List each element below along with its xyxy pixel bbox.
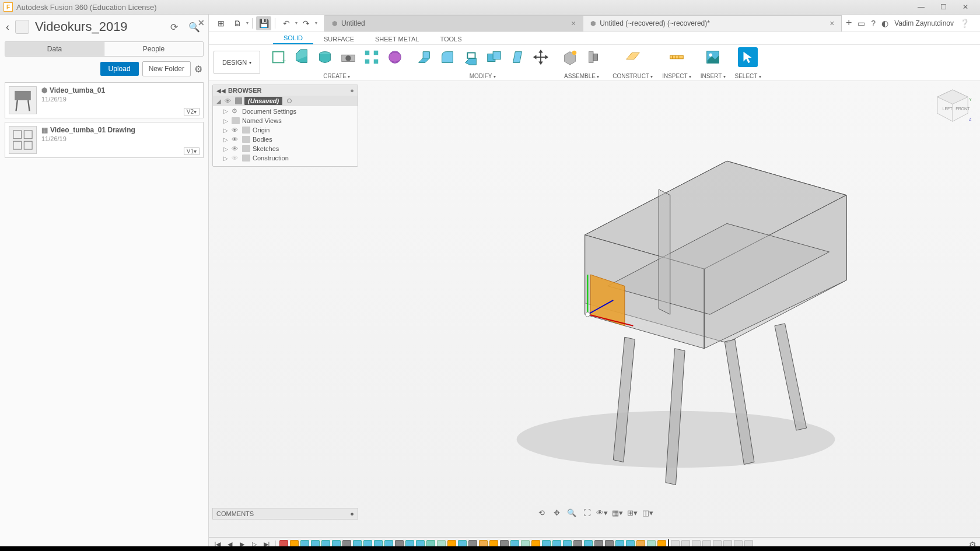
upload-button[interactable]: Upload (100, 62, 139, 76)
browser-settings-icon[interactable]: ● (350, 87, 354, 94)
browser-item[interactable]: ▷👁Bodies (213, 135, 358, 144)
grid-icon[interactable]: ⊞▾ (626, 507, 638, 518)
redo-icon[interactable]: ↷ (299, 16, 314, 30)
back-button[interactable]: ‹ (6, 21, 9, 33)
data-panel-toggle-icon[interactable]: ⊞ (214, 16, 229, 30)
sketch-tool-icon[interactable]: + (268, 47, 288, 67)
tab-data[interactable]: Data (5, 42, 104, 56)
extensions-icon[interactable]: ▭ (858, 19, 865, 28)
svg-text:LEFT: LEFT (943, 107, 953, 111)
undo-icon[interactable]: ↶ (279, 16, 294, 30)
expand-icon[interactable]: ● (350, 510, 354, 517)
pattern-tool-icon[interactable] (362, 47, 382, 67)
group-label[interactable]: ASSEMBLE (564, 73, 599, 79)
collapse-icon[interactable]: ◀◀ (216, 87, 226, 94)
browser-item[interactable]: ▷👁Sketches (213, 144, 358, 153)
browser-root[interactable]: ◢👁 (Unsaved) (213, 96, 358, 106)
help-menu-icon[interactable]: ❔ (960, 19, 970, 28)
file-info: ⬢Video_tumba_01 11/26/19 (41, 86, 105, 114)
file-card[interactable]: ⬢Video_tumba_01 11/26/19 V2▾ (5, 82, 204, 118)
svg-rect-15 (374, 59, 379, 64)
user-name[interactable]: Vadim Zaynutdinov (894, 19, 954, 27)
browser-header[interactable]: ◀◀ BROWSER ● (213, 85, 358, 96)
look-icon[interactable]: 👁▾ (596, 507, 608, 518)
document-tab[interactable]: ⬢ Untitled (~recovered) (~recovered)* × (583, 15, 842, 31)
file-card[interactable]: ▦Video_tumba_01 Drawing 11/26/19 V1▾ (5, 122, 204, 158)
panel-close-button[interactable]: ✕ (198, 18, 205, 27)
draft-tool-icon[interactable] (508, 47, 527, 67)
browser-item[interactable]: ▷⚙Document Settings (213, 106, 358, 116)
browser-item[interactable]: ▷👁Construction (213, 153, 358, 163)
mode-tab-solid[interactable]: SOLID (273, 33, 313, 44)
group-label[interactable]: INSERT (701, 73, 726, 79)
tab-people[interactable]: People (104, 42, 203, 56)
minimize-button[interactable]: — (910, 1, 932, 13)
canvas[interactable]: ◀◀ BROWSER ● ◢👁 (Unsaved) ▷⚙Document Set… (209, 81, 980, 537)
browser-item[interactable]: ▷Named Views (213, 116, 358, 125)
ribbon-group-insert: INSERT (696, 45, 730, 80)
svg-rect-13 (374, 51, 379, 55)
joint-tool-icon[interactable] (583, 47, 603, 67)
zoom-icon[interactable]: 🔍 (566, 507, 578, 518)
file-menu-icon[interactable]: 🗎 (230, 16, 245, 30)
measure-tool-icon[interactable] (667, 47, 687, 67)
file-date: 11/26/19 (41, 96, 105, 103)
fillet-tool-icon[interactable] (438, 47, 457, 67)
display-icon[interactable]: ▦▾ (611, 507, 623, 518)
svg-marker-49 (775, 324, 807, 430)
file-info: ▦Video_tumba_01 Drawing 11/26/19 (41, 126, 135, 154)
version-badge[interactable]: V2▾ (184, 108, 200, 115)
maximize-button[interactable]: ☐ (932, 1, 954, 13)
refresh-icon[interactable]: ⟳ (168, 22, 180, 33)
new-tab-button[interactable]: + (841, 15, 856, 31)
group-label[interactable]: CREATE (323, 73, 350, 79)
group-label[interactable]: SELECT (735, 73, 761, 79)
combine-tool-icon[interactable] (484, 47, 504, 67)
extrude-tool-icon[interactable] (292, 47, 312, 67)
job-status-icon[interactable]: ◐ (881, 19, 888, 28)
new-folder-button[interactable]: New Folder (142, 61, 191, 76)
hole-tool-icon[interactable] (338, 47, 358, 67)
document-tabs: ⬢ Untitled × ⬢ Untitled (~recovered) (~r… (324, 15, 856, 31)
mode-tab-surface[interactable]: SURFACE (313, 34, 365, 44)
svg-rect-23 (589, 52, 594, 63)
mode-tab-tools[interactable]: TOOLS (429, 34, 472, 44)
insert-tool-icon[interactable] (703, 47, 723, 67)
group-label[interactable]: CONSTRUCT (612, 73, 653, 79)
model-view[interactable] (384, 99, 945, 496)
component-tool-icon[interactable] (560, 47, 580, 67)
group-label[interactable]: MODIFY (470, 73, 496, 79)
browser-item[interactable]: ▷👁Origin (213, 125, 358, 135)
form-tool-icon[interactable] (385, 47, 405, 67)
svg-point-11 (346, 55, 351, 61)
title-bar: F Autodesk Fusion 360 (Education License… (0, 0, 980, 15)
browser-panel: ◀◀ BROWSER ● ◢👁 (Unsaved) ▷⚙Document Set… (212, 85, 358, 167)
tab-close-icon[interactable]: × (830, 19, 834, 28)
data-panel: ✕ ‹ Videokurs_2019 ⟳ 🔍 Data People Uploa… (0, 15, 209, 551)
document-tab[interactable]: ⬢ Untitled × (324, 15, 583, 31)
select-tool-icon[interactable] (738, 47, 758, 67)
save-icon[interactable]: 💾 (256, 16, 271, 30)
revolve-tool-icon[interactable] (315, 47, 335, 67)
svg-rect-4 (24, 131, 32, 139)
svg-rect-5 (13, 141, 22, 149)
orbit-icon[interactable]: ⟲ (536, 507, 547, 518)
navigation-bar: ⟲ ✥ 🔍 ⛶ 👁▾ ▦▾ ⊞▾ ◫▾ (532, 506, 657, 520)
move-tool-icon[interactable] (531, 47, 551, 67)
workspace-switcher[interactable]: DESIGN (214, 51, 260, 74)
viewport-icon[interactable]: ◫▾ (642, 507, 653, 518)
plane-tool-icon[interactable] (623, 47, 643, 67)
version-badge[interactable]: V1▾ (184, 148, 200, 155)
mode-tab-sheetmetal[interactable]: SHEET METAL (365, 34, 429, 44)
shell-tool-icon[interactable] (461, 47, 481, 67)
pan-icon[interactable]: ✥ (551, 507, 562, 518)
settings-icon[interactable]: ⚙ (194, 64, 202, 75)
comments-panel[interactable]: COMMENTS ● (212, 508, 358, 520)
group-label[interactable]: INSPECT (662, 73, 691, 79)
help-icon[interactable]: ? (871, 19, 876, 28)
tab-close-icon[interactable]: × (571, 19, 576, 28)
presspull-tool-icon[interactable] (414, 47, 434, 67)
fit-icon[interactable]: ⛶ (581, 507, 593, 518)
close-button[interactable]: ✕ (954, 1, 977, 13)
viewcube[interactable]: LEFT FRONT Y Z (932, 86, 973, 127)
